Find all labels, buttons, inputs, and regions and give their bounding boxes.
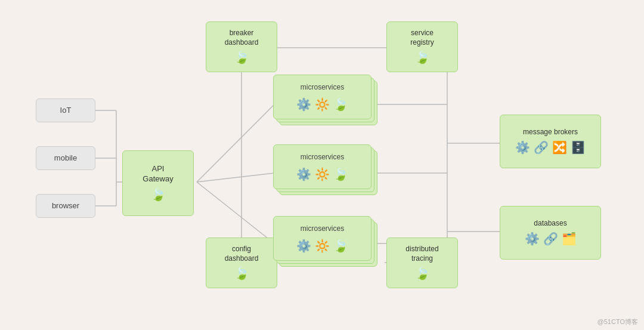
microservices-stack-1: microservices ⚙️ 🔆 🍃 (273, 75, 377, 134)
breaker-dashboard: breakerdashboard 🍃 (206, 21, 277, 72)
distributed-tracing: distributedtracing 🍃 (386, 238, 458, 288)
db-stack-icon: 🗂️ (562, 231, 577, 246)
ms1-gear-icon: ⚙️ (296, 97, 311, 112)
svg-line-5 (197, 104, 274, 182)
config-dashboard: configdashboard 🍃 (206, 238, 277, 288)
broker-db-icon: 🗄️ (571, 140, 586, 155)
ms1-power-icon: 🔆 (315, 97, 330, 112)
svg-line-6 (197, 173, 274, 182)
registry-leaf-icon: 🍃 (415, 50, 430, 65)
tracing-leaf-icon: 🍃 (415, 266, 430, 281)
breaker-leaf-icon: 🍃 (234, 50, 249, 65)
ms3-leaf-icon: 🍃 (333, 239, 348, 253)
client-browser: browser (36, 194, 95, 218)
broker-nodes-icon: 🔀 (552, 140, 567, 155)
microservices-stack-2: microservices ⚙️ 🔆 🍃 (273, 144, 377, 204)
microservices-stack-3: microservices ⚙️ 🔆 🍃 (273, 216, 377, 276)
client-iot: IoT (36, 98, 95, 122)
ms3-power-icon: 🔆 (315, 239, 330, 253)
ms3-gear-icon: ⚙️ (296, 239, 311, 253)
ms2-gear-icon: ⚙️ (296, 167, 311, 181)
client-mobile: mobile (36, 146, 95, 170)
databases: databases ⚙️ 🔗 🗂️ (500, 206, 601, 260)
db-gear-icon: ⚙️ (525, 231, 540, 246)
watermark: @51CTO博客 (597, 317, 638, 326)
message-brokers: message brokers ⚙️ 🔗 🔀 🗄️ (500, 115, 601, 168)
ms2-power-icon: 🔆 (315, 167, 330, 181)
config-leaf-icon: 🍃 (234, 266, 249, 281)
broker-link-icon: 🔗 (534, 140, 549, 155)
ms1-leaf-icon: 🍃 (333, 97, 348, 112)
svg-line-7 (197, 182, 274, 243)
architecture-diagram: IoT mobile browser APIGateway 🍃 breakerd… (0, 0, 644, 330)
ms2-leaf-icon: 🍃 (333, 167, 348, 181)
broker-gear-icon: ⚙️ (515, 140, 530, 155)
gateway-leaf-icon: 🍃 (151, 187, 166, 202)
service-registry: serviceregistry 🍃 (386, 21, 458, 72)
db-link-icon: 🔗 (543, 231, 558, 246)
api-gateway: APIGateway 🍃 (122, 150, 194, 216)
